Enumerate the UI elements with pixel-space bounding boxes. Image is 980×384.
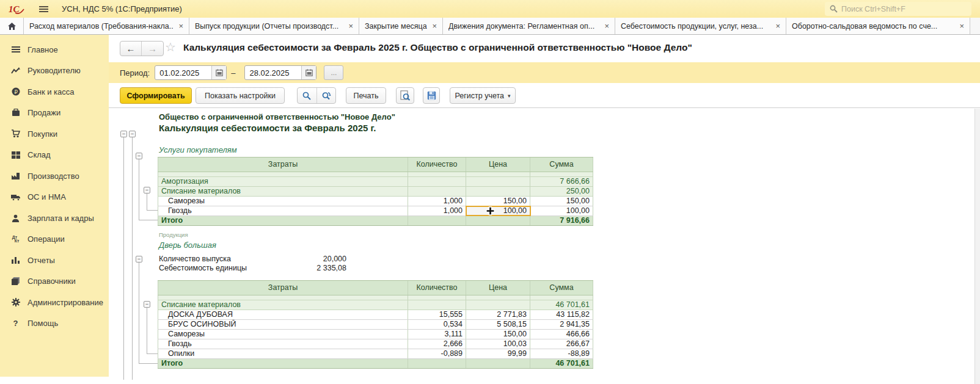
tab-zakrytie-mesyaca[interactable]: Закрытие месяца × (359, 18, 443, 34)
sidebar-item-rukovoditelyu[interactable]: Руководителю (0, 60, 109, 82)
tab-vypusk-produkcii[interactable]: Выпуск продукции (Отчеты производст... × (189, 18, 359, 34)
search-refresh-icon (321, 92, 331, 100)
save-button[interactable] (423, 87, 440, 104)
table-row[interactable]: Саморезы 1,000 150,00 150,00 (158, 197, 593, 206)
close-icon[interactable]: × (178, 21, 183, 31)
find-next-button[interactable] (317, 88, 336, 103)
person-icon (10, 214, 21, 222)
main-menu-icon[interactable] (39, 5, 48, 13)
home-tab[interactable] (0, 18, 24, 34)
selected-cell[interactable]: 100,00 (466, 206, 530, 216)
bar-chart-icon (10, 256, 21, 264)
sidebar-item-os-i-nma[interactable]: ОС и НМА (0, 187, 109, 208)
column-header[interactable]: Цена (466, 158, 530, 172)
home-icon (7, 22, 16, 31)
cost-table-production: Затраты Количество Цена Сумма Списание м… (158, 280, 593, 369)
sidebar-item-prodazhi[interactable]: Продажи (0, 103, 109, 124)
sidebar-item-administrirovanie[interactable]: Администрирование (0, 292, 109, 313)
total-row[interactable]: Итого 46 701,61 (158, 359, 593, 369)
column-header[interactable]: Затраты (158, 281, 408, 295)
table-row[interactable]: Списание материалов 250,00 (158, 187, 593, 197)
sidebar-item-bank-i-kassa[interactable]: ₽ Банк и касса (0, 81, 109, 103)
collapse-group-button[interactable]: − (136, 153, 142, 159)
find-button[interactable] (298, 88, 317, 103)
tab-dvizheniya-dokumenta[interactable]: Движения документа: Регламентная оп... × (443, 18, 615, 34)
table-row[interactable]: Списание материалов 46 701,61 (158, 300, 593, 310)
table-row[interactable]: БРУС ОСИНОВЫЙ 0,534 5 508,15 2 941,35 (158, 320, 593, 330)
sidebar-item-proizvodstvo[interactable]: Производство (0, 165, 109, 187)
chevron-down-icon: ▾ (508, 93, 511, 99)
back-button[interactable]: ← (120, 42, 142, 56)
close-icon[interactable]: × (432, 21, 437, 31)
app-window: 1С УСН, НДС 5% (1С:Предприятие) Поиск Ct… (0, 0, 980, 384)
table-row[interactable]: Саморезы 3,111 150,00 466,66 (158, 330, 593, 339)
table-row[interactable]: Опилки -0,889 99,99 -88,89 (158, 349, 593, 359)
tab-bar: Расход материалов (Требования-накла... ×… (0, 18, 980, 35)
period-more-button[interactable]: ... (324, 65, 343, 80)
collapse-group-button[interactable]: − (144, 187, 150, 194)
table-row[interactable]: Амортизация 7 666,66 (158, 177, 593, 187)
svg-text:1С: 1С (9, 4, 20, 14)
tree-line (147, 194, 147, 210)
close-icon[interactable]: × (348, 21, 353, 31)
generate-button[interactable]: Сформировать (120, 87, 192, 104)
collapse-group-button[interactable]: − (120, 131, 127, 137)
collapse-group-button[interactable]: − (144, 301, 150, 308)
vertical-scrollbar[interactable] (975, 109, 980, 384)
close-icon[interactable]: × (604, 21, 609, 31)
tab-rashod-materialov[interactable]: Расход материалов (Требования-накла... × (24, 18, 189, 34)
tab-oborotno-saldovaya[interactable]: Оборотно-сальдовая ведомость по сче... × (786, 18, 970, 34)
register-dropdown-button[interactable]: Регистр учета ▾ (450, 87, 516, 104)
tree-line (139, 159, 139, 220)
total-row[interactable]: Итого 7 916,66 (158, 216, 593, 226)
period-from-field[interactable]: 01.02.2025 (155, 65, 227, 80)
sidebar-item-operacii[interactable]: ДтКт Операции (0, 229, 109, 250)
table-header-row: Затраты Количество Цена Сумма (158, 158, 593, 172)
sidebar-item-otchety[interactable]: Отчеты (0, 250, 109, 271)
calendar-icon[interactable] (301, 66, 316, 79)
tree-line (123, 137, 124, 380)
column-header[interactable]: Количество (408, 281, 466, 295)
close-icon[interactable]: × (959, 21, 964, 31)
ruble-circle-icon: ₽ (10, 87, 21, 96)
period-to-field[interactable]: 28.02.2025 (244, 65, 316, 80)
close-icon[interactable]: × (775, 21, 780, 31)
tab-sebestoimost[interactable]: Себестоимость продукции, услуг, неза... … (615, 18, 786, 34)
stat-label: Себестоимость единицы (159, 264, 247, 272)
column-header[interactable]: Количество (408, 158, 466, 172)
favorite-star-icon[interactable]: ☆ (165, 40, 176, 54)
collapse-group-button[interactable]: − (136, 256, 142, 263)
forward-button[interactable]: → (142, 42, 163, 56)
search-icon (302, 92, 311, 100)
app-title: УСН, НДС 5% (1С:Предприятие) (62, 4, 182, 13)
calendar-icon[interactable] (211, 66, 226, 79)
search-placeholder: Поиск Ctrl+Shift+F (841, 5, 905, 13)
print-button[interactable]: Печать (346, 87, 386, 104)
report-company-name: Общество с ограниченной ответственностью… (159, 112, 395, 121)
sidebar-item-sklad[interactable]: Склад (0, 145, 109, 166)
section-group-label: Услуги покупателям (159, 145, 237, 154)
collapse-group-button[interactable]: − (129, 131, 136, 137)
stat-label: Количество выпуска (159, 255, 231, 263)
sidebar: Главное Руководителю ₽ Банк и касса Прод… (0, 35, 109, 377)
sidebar-item-spravochniki[interactable]: Справочники (0, 271, 109, 292)
column-header[interactable]: Затраты (158, 158, 408, 172)
sidebar-item-pokupki[interactable]: Покупки (0, 123, 109, 145)
document-header-row: ← → ☆ Калькуляция себестоимости за Февра… (109, 35, 980, 62)
global-search-input[interactable]: Поиск Ctrl+Shift+F (825, 2, 971, 16)
search-icon (830, 5, 838, 13)
tree-line (139, 220, 158, 220)
sidebar-item-zarplata-i-kadry[interactable]: Зарплата и кадры (0, 208, 109, 229)
column-header[interactable]: Сумма (530, 158, 593, 172)
column-header[interactable]: Цена (466, 281, 530, 295)
table-row[interactable]: Гвоздь 2,666 100,03 266,67 (158, 339, 593, 349)
show-settings-button[interactable]: Показать настройки (196, 87, 285, 104)
sidebar-item-glavnoe[interactable]: Главное (0, 39, 109, 60)
sidebar-item-pomosch[interactable]: ? Помощь (0, 313, 109, 335)
column-header[interactable]: Сумма (530, 281, 593, 295)
table-row[interactable]: ДОСКА ДУБОВАЯ 15,555 2 771,83 43 115,82 (158, 310, 593, 320)
print-preview-button[interactable] (396, 87, 414, 104)
table-row[interactable]: Гвоздь 1,000 100,00 100,00 (158, 206, 593, 216)
factory-icon (10, 172, 21, 180)
tree-line (147, 210, 158, 211)
